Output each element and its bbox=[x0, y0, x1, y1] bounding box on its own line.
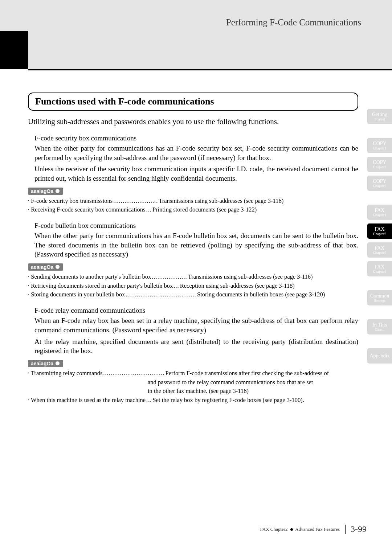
tab-sublabel: Chapter1 bbox=[373, 213, 387, 217]
item-term: · Retrieving documents stored in another… bbox=[28, 282, 173, 291]
tab-copy-3[interactable]: COPY Chapter3 bbox=[367, 176, 392, 191]
header-band: Performing F-Code Communications bbox=[0, 0, 392, 69]
tab-sublabel: Chapter1 bbox=[373, 146, 387, 150]
main-heading-box: Functions used with F-code communication… bbox=[28, 93, 358, 111]
list-item: · Transmitting relay commands ..........… bbox=[28, 369, 358, 378]
page-content: Functions used with F-code communication… bbox=[28, 93, 358, 412]
operation-list: · F-code security box transmissions ....… bbox=[28, 197, 358, 215]
footer-trail-prefix: FAX Chapter2 bbox=[260, 526, 288, 532]
group-relay: F-code relay command communications When… bbox=[28, 307, 358, 356]
side-tabs: Getting Started COPY Chapter1 COPY Chapt… bbox=[367, 109, 392, 364]
item-dots: ................... bbox=[151, 272, 188, 282]
tab-common-settings[interactable]: Common Settings bbox=[367, 290, 392, 305]
tab-label: Appendix bbox=[369, 353, 389, 358]
item-desc: Printing stored documents (see page 3-12… bbox=[152, 205, 257, 214]
item-dots: ... bbox=[173, 282, 180, 291]
group-title: F-code security box communications bbox=[34, 134, 358, 142]
tab-sublabel: Chapter4 bbox=[373, 270, 387, 274]
tab-fax-1[interactable]: FAX Chapter1 bbox=[367, 205, 392, 220]
operation-badge: aeaiagOa bbox=[28, 360, 63, 367]
paragraph: Unless the receiver of the security box … bbox=[34, 164, 358, 183]
group-bulletin: F-code bulletin box communications When … bbox=[28, 222, 358, 259]
tab-sublabel: Chapter3 bbox=[373, 251, 387, 255]
group-title: F-code relay command communications bbox=[34, 307, 358, 315]
tab-sublabel: Settings bbox=[374, 299, 385, 303]
list-item: · When this machine is used as the relay… bbox=[28, 396, 358, 405]
operation-badge-label: aeaiagOa bbox=[31, 188, 53, 194]
bullet-icon bbox=[290, 528, 293, 531]
group-security: F-code security box communications When … bbox=[28, 134, 358, 183]
page-footer: FAX Chapter2 Advanced Fax Features 3-99 bbox=[260, 524, 367, 534]
item-desc-cont: in the other fax machine. (see page 3-11… bbox=[28, 387, 358, 396]
tab-label: COPY bbox=[373, 178, 386, 184]
footer-separator bbox=[345, 525, 346, 534]
list-item: · Receiving F-code security box communic… bbox=[28, 205, 358, 214]
tab-label: COPY bbox=[373, 141, 386, 146]
tab-copy-1[interactable]: COPY Chapter1 bbox=[367, 138, 392, 153]
tab-sublabel: Chapter2 bbox=[373, 232, 387, 236]
item-desc: Transmissions using sub-addresses (see p… bbox=[188, 272, 313, 282]
tab-label: FAX bbox=[375, 226, 385, 232]
item-dots: ................................. bbox=[102, 369, 165, 378]
item-dots: ... bbox=[146, 396, 152, 405]
tab-sublabel: Case... bbox=[375, 328, 385, 332]
intro-text: Utilizing sub-addresses and passwords en… bbox=[28, 117, 358, 126]
page-number: 3-99 bbox=[351, 524, 367, 534]
tab-getting-started[interactable]: Getting Started bbox=[367, 109, 392, 124]
tab-appendix[interactable]: Appendix bbox=[367, 348, 392, 364]
header-divider bbox=[28, 69, 392, 70]
list-item: · Storing documents in your bulletin box… bbox=[28, 290, 358, 299]
paragraph: At the relay machine, specified document… bbox=[34, 337, 358, 356]
paragraph: When the other party for communications … bbox=[34, 231, 358, 259]
tab-fax-2[interactable]: FAX Chapter2 bbox=[367, 223, 392, 239]
item-term: · When this machine is used as the relay… bbox=[28, 396, 146, 405]
header-black-block bbox=[0, 31, 28, 69]
paragraph: When the other party for communications … bbox=[34, 144, 358, 162]
tab-fax-3[interactable]: FAX Chapter3 bbox=[367, 242, 392, 258]
footer-trail: FAX Chapter2 Advanced Fax Features bbox=[260, 526, 340, 532]
item-term: · Storing documents in your bulletin box bbox=[28, 290, 125, 299]
item-term: · Sending documents to another party's b… bbox=[28, 272, 151, 282]
section-title: Performing F-Code Communications bbox=[226, 17, 361, 28]
operation-badge-label: aeaiagOa bbox=[31, 264, 53, 270]
operation-list: · Sending documents to another party's b… bbox=[28, 272, 358, 299]
paragraph: When an F-code relay box has been set in… bbox=[34, 316, 358, 335]
tab-label: FAX bbox=[375, 208, 385, 213]
item-dots: ...................................... bbox=[125, 290, 197, 299]
operation-list: · Transmitting relay commands ..........… bbox=[28, 369, 358, 405]
item-desc: Set the relay box by registering F-code … bbox=[152, 396, 304, 405]
item-desc: Reception using sub-addresses (see page … bbox=[180, 282, 295, 291]
group-title: F-code bulletin box communications bbox=[34, 222, 358, 230]
tab-label: In This bbox=[372, 322, 387, 328]
tab-sublabel: Chapter3 bbox=[373, 184, 387, 188]
list-item: · Retrieving documents stored in another… bbox=[28, 282, 358, 291]
main-heading: Functions used with F-code communication… bbox=[35, 96, 351, 107]
operation-badge: aeaiagOa bbox=[28, 263, 63, 271]
tab-fax-4[interactable]: FAX Chapter4 bbox=[367, 261, 392, 276]
item-term: · Receiving F-code security box communic… bbox=[28, 205, 146, 214]
tab-sublabel: Started bbox=[375, 117, 385, 121]
tab-in-this-case[interactable]: In This Case... bbox=[367, 319, 392, 335]
item-dots: ... bbox=[146, 205, 152, 214]
tab-label: COPY bbox=[373, 160, 386, 165]
item-desc: Transmissions using sub-addresses (see p… bbox=[159, 197, 283, 206]
item-dots: ........................ bbox=[113, 197, 159, 206]
tab-label: Getting bbox=[372, 112, 387, 117]
tab-copy-2[interactable]: COPY Chapter2 bbox=[367, 157, 392, 172]
tab-label: Common bbox=[370, 293, 389, 299]
operation-badge-label: aeaiagOa bbox=[31, 361, 53, 366]
list-item: · Sending documents to another party's b… bbox=[28, 272, 358, 282]
tab-sublabel: Chapter2 bbox=[373, 165, 387, 169]
tab-label: FAX bbox=[375, 245, 385, 251]
item-term: · Transmitting relay commands bbox=[28, 369, 102, 378]
tab-label: FAX bbox=[375, 264, 385, 270]
item-desc-cont: and password to the relay command commun… bbox=[28, 378, 358, 387]
footer-trail-suffix: Advanced Fax Features bbox=[295, 526, 340, 532]
operation-badge: aeaiagOa bbox=[28, 188, 63, 195]
list-item: · F-code security box transmissions ....… bbox=[28, 197, 358, 206]
item-desc: Storing documents in bulletin boxes (see… bbox=[197, 290, 325, 299]
item-desc: Perform F-code transmissions after first… bbox=[165, 369, 329, 378]
item-term: · F-code security box transmissions bbox=[28, 197, 113, 206]
